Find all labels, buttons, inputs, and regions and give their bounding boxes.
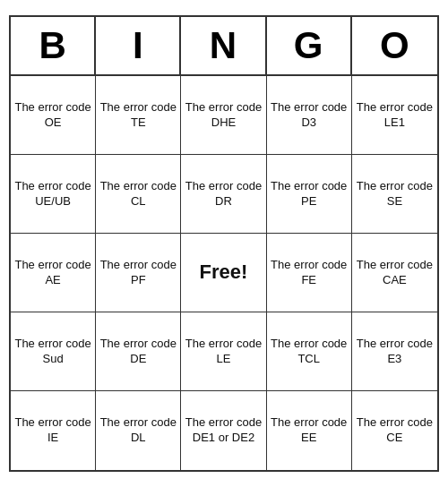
bingo-cell-10[interactable]: The error code AE <box>11 234 96 312</box>
header-n: N <box>181 17 266 74</box>
bingo-cell-24[interactable]: The error code CE <box>352 391 437 470</box>
bingo-cell-5[interactable]: The error code UE/UB <box>11 155 96 234</box>
bingo-cell-18[interactable]: The error code TCL <box>267 312 352 391</box>
bingo-cell-2[interactable]: The error code DHE <box>181 76 266 155</box>
bingo-cell-22[interactable]: The error code DE1 or DE2 <box>181 391 266 470</box>
bingo-cell-15[interactable]: The error code Sud <box>11 312 96 391</box>
bingo-cell-0[interactable]: The error code OE <box>11 76 96 155</box>
bingo-cell-13[interactable]: The error code FE <box>267 234 352 312</box>
bingo-cell-9[interactable]: The error code SE <box>352 155 437 234</box>
bingo-cell-21[interactable]: The error code DL <box>96 391 181 470</box>
bingo-cell-23[interactable]: The error code EE <box>267 391 352 470</box>
bingo-cell-17[interactable]: The error code LE <box>181 312 266 391</box>
header-g: G <box>267 17 352 74</box>
header-i: I <box>96 17 181 74</box>
bingo-cell-8[interactable]: The error code PE <box>267 155 352 234</box>
bingo-cell-6[interactable]: The error code CL <box>96 155 181 234</box>
bingo-cell-11[interactable]: The error code PF <box>96 234 181 312</box>
bingo-header: B I N G O <box>11 17 437 76</box>
bingo-cell-16[interactable]: The error code DE <box>96 312 181 391</box>
bingo-card: B I N G O The error code OEThe error cod… <box>9 15 439 472</box>
bingo-cell-14[interactable]: The error code CAE <box>352 234 437 312</box>
bingo-cell-1[interactable]: The error code TE <box>96 76 181 155</box>
header-o: O <box>352 17 437 74</box>
header-b: B <box>11 17 96 74</box>
bingo-cell-7[interactable]: The error code DR <box>181 155 266 234</box>
bingo-cell-20[interactable]: The error code IE <box>11 391 96 470</box>
bingo-cell-12[interactable]: Free! <box>181 234 266 312</box>
bingo-cell-3[interactable]: The error code D3 <box>267 76 352 155</box>
bingo-grid: The error code OEThe error code TEThe er… <box>11 76 437 470</box>
bingo-cell-4[interactable]: The error code LE1 <box>352 76 437 155</box>
bingo-cell-19[interactable]: The error code E3 <box>352 312 437 391</box>
